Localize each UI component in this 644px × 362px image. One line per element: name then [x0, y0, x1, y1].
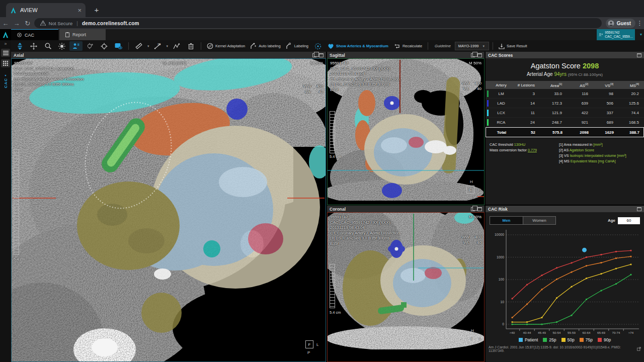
patient-badge[interactable]: 95591742 CAC_CAC_9559… — [597, 29, 635, 40]
auto-labeling-icon — [250, 43, 257, 49]
mass-conversion-value[interactable]: 0.779 — [528, 148, 537, 152]
not-secure-warning-icon — [40, 21, 46, 26]
layout-grid-button[interactable] — [1, 59, 10, 67]
aview-logo — [0, 29, 11, 40]
auto-labeling-button[interactable]: Auto labeling — [248, 41, 282, 51]
sagittal-orientation-top: H — [470, 179, 473, 184]
localizer-button[interactable] — [98, 41, 111, 51]
table-row-lcx: LCX11 121.9422 33774.4 — [486, 108, 644, 118]
overlay-toggle-button[interactable] — [112, 41, 125, 51]
window-level-button[interactable] — [55, 41, 68, 51]
profile-icon — [173, 43, 180, 49]
reload-icon[interactable]: ↻ — [22, 20, 33, 27]
pan-tool-button[interactable] — [27, 41, 40, 51]
guideline-select[interactable]: MAYO-1999 ▾ — [455, 42, 489, 50]
panel-maximize-icon[interactable] — [637, 53, 641, 57]
axial-viewport-header[interactable]: Axial — [11, 52, 326, 58]
add-point-icon — [87, 43, 94, 49]
line-3d-options-chevron-icon[interactable]: ▾ — [166, 44, 170, 48]
arterial-age-ci: (95% CI 88-100yrs) — [568, 72, 603, 77]
seed-region-button[interactable] — [311, 41, 325, 51]
security-label: Not Secure — [49, 21, 73, 26]
scroll-tool-button[interactable] — [13, 41, 26, 51]
maximize-view-icon[interactable] — [319, 53, 324, 57]
viewport-sagittal: Sagittal — [327, 52, 485, 205]
maximize-view-icon[interactable] — [477, 207, 482, 211]
tab-report[interactable]: Report — [59, 29, 106, 40]
profile-button[interactable]: Guest — [606, 19, 635, 28]
back-icon[interactable]: ← — [0, 20, 11, 27]
kernel-icon — [207, 43, 213, 49]
save-result-button[interactable]: Save Result — [497, 41, 529, 51]
ruler-tool-button[interactable] — [132, 41, 145, 51]
toggle-women[interactable]: Women — [523, 217, 555, 224]
toggle-men[interactable]: Men — [490, 217, 523, 224]
screen: AVIEW × + ← → ↻ Not Secure | demo.coreli… — [0, 0, 644, 362]
browser-tab[interactable]: AVIEW × — [6, 3, 86, 17]
delete-measure-button[interactable] — [184, 41, 197, 51]
ruler-options-chevron-icon[interactable]: ▾ — [146, 44, 150, 48]
show-arteries-label: Show Arteries & Myocardium — [336, 44, 388, 48]
sex-toggle: Men Women — [490, 216, 556, 225]
rail-tab-cac[interactable]: ▾ CAC — [4, 73, 8, 88]
address-bar[interactable]: Not Secure | demo.corelinesoft.com — [34, 18, 602, 28]
export-view-icon[interactable] — [471, 53, 475, 57]
avatar-icon — [608, 20, 614, 27]
rail-tab-arrow-icon: ▾ — [5, 73, 6, 77]
cac-risk-panel-header[interactable]: CAC Risk — [486, 206, 644, 212]
line-3d-icon: 3D — [154, 43, 162, 49]
panel-maximize-icon[interactable] — [637, 207, 641, 211]
axial-ct-canvas[interactable]: 95591742CAC_CAC_95591742 / XX (XXX) 2013… — [11, 58, 326, 362]
maximize-view-icon[interactable] — [477, 53, 482, 57]
arterial-age: Arterial Age 94yrs (95% CI 88-100yrs) — [486, 71, 644, 77]
point-tool-button[interactable] — [84, 41, 97, 51]
external-link-icon[interactable] — [637, 347, 641, 351]
coronal-viewport-header[interactable]: Coronal — [327, 206, 485, 212]
heart-icon — [328, 43, 334, 49]
aview-favicon — [10, 7, 17, 14]
age-label: Age — [608, 218, 615, 223]
axial-ruler — [14, 149, 19, 255]
sagittal-title: Sagittal — [330, 53, 471, 58]
zoom-tool-button[interactable] — [41, 41, 54, 51]
series-list-button[interactable] — [1, 49, 10, 57]
recalculate-button[interactable]: Recalculate — [391, 41, 424, 51]
sagittal-ct-canvas[interactable]: 95591742CAC_CAC_95591742 / XX (XXX) 2013… — [327, 58, 485, 205]
tab-cac[interactable]: CAC — [11, 29, 58, 40]
coronal-ct-image — [328, 213, 484, 361]
line-3d-tool-button[interactable]: 3D — [151, 41, 165, 51]
cac-risk-panel: Men Women Age 010100100010000<4040-4445-… — [486, 212, 644, 362]
patient-study: CAC_CAC_9559… — [605, 35, 633, 39]
cac-scores-panel-header[interactable]: CAC Scores — [486, 52, 644, 58]
show-arteries-button[interactable]: Show Arteries & Myocardium — [326, 41, 390, 51]
profile-tool-button[interactable] — [170, 41, 183, 51]
patient-info-button[interactable] — [69, 41, 83, 51]
rail-expand-icon[interactable]: » — [4, 41, 7, 46]
browser-tabstrip: AVIEW × + — [0, 0, 644, 17]
tab-close-icon[interactable]: × — [77, 7, 82, 14]
app-header: CAC Report 95591742 CAC_CAC_9559… ▾ — [0, 29, 644, 40]
coronal-ruler — [330, 264, 335, 308]
auto-labeling-label: Auto labeling — [259, 44, 280, 48]
scores-table-header: Artery # Lesions Area[1] AS[2] VS[3] MS[… — [486, 81, 644, 89]
new-tab-button[interactable]: + — [91, 4, 103, 16]
svg-text:55-59: 55-59 — [568, 331, 576, 334]
guideline-chevron-icon: ▾ — [482, 44, 486, 48]
kernel-adaptation-button[interactable]: Kernel Adaptation — [205, 41, 247, 51]
url-separator: | — [76, 21, 78, 26]
crosshair-icon — [101, 43, 108, 50]
svg-text:1000: 1000 — [496, 255, 504, 259]
labeling-label: Labeling — [294, 44, 308, 48]
export-view-icon[interactable] — [471, 207, 475, 211]
browser-menu-icon[interactable]: ⋮ — [635, 20, 644, 27]
coronal-ct-canvas[interactable]: 95591742CAC_CAC_95591742 / XX (XXX) 2013… — [327, 212, 485, 362]
forward-icon[interactable]: → — [11, 20, 22, 27]
magnifier-icon — [45, 43, 51, 49]
svg-text:65-69: 65-69 — [597, 331, 605, 334]
export-view-icon[interactable] — [312, 53, 316, 57]
labeling-button[interactable]: Labeling — [284, 41, 310, 51]
age-input[interactable] — [618, 217, 640, 224]
sagittal-viewport-header[interactable]: Sagittal — [327, 52, 485, 58]
patient-info-icon — [72, 43, 79, 49]
patient-badge-chevron-icon[interactable]: ▾ — [640, 32, 642, 37]
